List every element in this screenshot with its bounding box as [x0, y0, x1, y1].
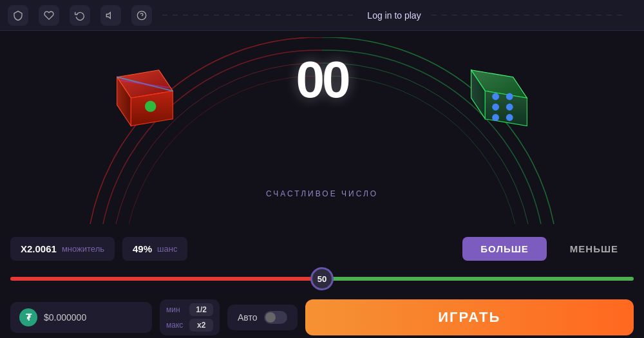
multiplier-label: множитель: [62, 244, 104, 254]
top-nav: Log in to play: [0, 0, 644, 31]
svg-point-13: [506, 93, 513, 100]
center-number: 00: [296, 50, 348, 109]
smaller-button[interactable]: МЕНЬШЕ: [554, 237, 634, 261]
bet-box: ₮ $0.000000: [10, 302, 152, 333]
stats-row: X2.0061 множитель 49% шанс БОЛЬШЕ МЕНЬШЕ: [10, 237, 634, 261]
bigger-button[interactable]: БОЛЬШЕ: [462, 237, 546, 261]
refresh-nav-icon[interactable]: [70, 5, 90, 26]
game-area: 00: [0, 31, 644, 237]
shield-nav-icon[interactable]: [8, 5, 28, 26]
lucky-label: СЧАСТЛИВОЕ ЧИСЛО: [266, 189, 378, 198]
sound-nav-icon[interactable]: [100, 5, 121, 26]
bottom-row: ₮ $0.000000 мин 1/2 макс x2 Авто ИГРАТЬ: [10, 299, 634, 335]
slider-thumb[interactable]: 50: [310, 267, 334, 290]
svg-point-6: [145, 101, 156, 112]
play-button[interactable]: ИГРАТЬ: [305, 299, 634, 335]
multiplier-value: X2.0061: [21, 243, 57, 254]
min-label: мин: [166, 305, 183, 314]
svg-point-17: [506, 114, 513, 121]
max-label: макс: [166, 321, 183, 330]
multiplier-box: X2.0061 множитель: [10, 237, 115, 261]
slider-row: 50: [10, 267, 634, 290]
tether-icon: ₮: [19, 308, 37, 326]
nav-separator: [162, 15, 357, 15]
chance-box: 49% шанс: [122, 237, 187, 261]
svg-point-12: [492, 93, 499, 100]
heart-nav-icon[interactable]: [39, 5, 59, 26]
bet-controls: мин 1/2 макс x2: [160, 299, 220, 335]
svg-marker-0: [106, 12, 110, 18]
svg-point-15: [506, 104, 513, 111]
half-button[interactable]: 1/2: [189, 303, 213, 316]
auto-toggle[interactable]: [264, 311, 287, 324]
chance-value: 49%: [133, 243, 152, 254]
svg-point-16: [492, 114, 499, 121]
dice-left: [103, 63, 187, 147]
bet-amount: $0.000000: [44, 312, 86, 323]
toggle-knob: [265, 312, 276, 323]
auto-label: Авто: [238, 312, 258, 323]
controls-area: X2.0061 множитель 49% шанс БОЛЬШЕ МЕНЬШЕ…: [0, 237, 644, 335]
double-button[interactable]: x2: [189, 319, 213, 332]
help-nav-icon[interactable]: [131, 5, 152, 26]
slider-track[interactable]: 50: [10, 277, 634, 281]
dice-right: [457, 63, 541, 147]
nav-separator-right: [431, 15, 626, 15]
nav-icons: [8, 5, 152, 26]
auto-box: Авто: [227, 305, 298, 330]
slider-value: 50: [317, 274, 327, 284]
login-button[interactable]: Log in to play: [367, 10, 421, 21]
svg-point-14: [492, 104, 499, 111]
chance-label: шанс: [157, 244, 177, 254]
